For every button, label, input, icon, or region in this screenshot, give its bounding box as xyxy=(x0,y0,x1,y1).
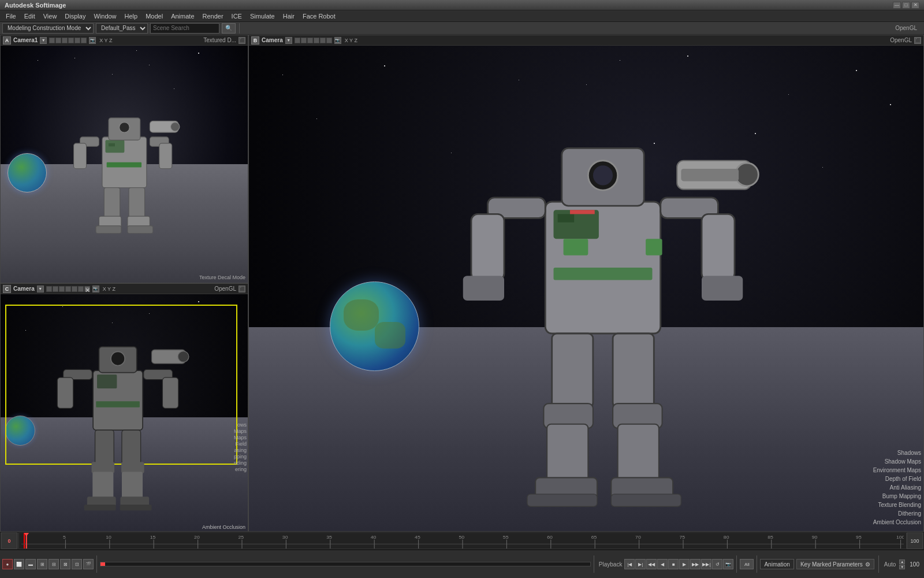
menu-ice[interactable]: ICE xyxy=(228,12,245,21)
transport-mode-4[interactable]: ⊟ xyxy=(49,559,59,569)
svg-point-4 xyxy=(119,122,129,132)
svg-text:35: 35 xyxy=(326,535,332,539)
viewport-b-canvas: Shadows Shadow Maps Environment Maps Dep… xyxy=(249,46,923,531)
transport-mode-3[interactable]: ⊞ xyxy=(37,559,47,569)
menu-edit[interactable]: Edit xyxy=(21,12,39,21)
playback-play[interactable]: ▶ xyxy=(679,559,690,569)
svg-text:75: 75 xyxy=(679,535,685,539)
svg-point-24 xyxy=(593,165,613,185)
svg-rect-36 xyxy=(547,424,588,482)
playback-last[interactable]: ▶| xyxy=(635,559,646,569)
mode-up[interactable]: ▲ xyxy=(899,560,905,564)
window-controls: — □ ✕ xyxy=(893,2,919,9)
playback-prev-key[interactable]: ◀◀ xyxy=(646,559,657,569)
timeline-ruler[interactable]: 5 10 15 20 25 30 35 40 45 50 55 60 65 70… xyxy=(18,532,907,549)
playback-stop[interactable]: ■ xyxy=(668,559,679,569)
menu-bar: File Edit View Display Window Help Model… xyxy=(0,10,924,22)
svg-rect-63 xyxy=(121,462,144,473)
menu-display[interactable]: Display xyxy=(61,12,89,21)
viewport-c-toggle[interactable]: ▼ xyxy=(37,286,44,292)
transport-mode-7[interactable]: 🎬 xyxy=(83,559,94,569)
playback-mode-arrows: ▲ ▼ xyxy=(899,560,905,569)
svg-rect-33 xyxy=(681,169,739,181)
menu-help[interactable]: Help xyxy=(121,12,141,21)
svg-rect-8 xyxy=(159,143,172,169)
viewport-b-camera-icon[interactable]: 📷 xyxy=(334,37,341,44)
bottom-controls: ● ⬜ ▬ ⊞ ⊟ ⊠ ⊡ 🎬 Playback |◀ ▶| ◀◀ ◀ ■ ▶ … xyxy=(0,549,924,578)
viewport-c-mini-btns: ✕ xyxy=(46,286,90,292)
svg-text:90: 90 xyxy=(812,535,818,539)
svg-rect-59 xyxy=(92,472,113,498)
transport-record[interactable]: ● xyxy=(2,559,13,569)
search-button[interactable]: 🔍 xyxy=(222,23,236,34)
scene-search-input[interactable] xyxy=(150,23,219,34)
svg-rect-54 xyxy=(163,377,178,408)
playback-all[interactable]: All xyxy=(740,559,754,569)
transport-mode-1[interactable]: ⬜ xyxy=(14,559,24,569)
vc-mini-2 xyxy=(53,286,58,292)
svg-text:15: 15 xyxy=(150,535,156,539)
viewport-c[interactable]: C Camera ▼ ✕ 📷 X Y Z OpenGL ⬛ xyxy=(0,283,248,532)
svg-marker-110 xyxy=(24,533,29,536)
svg-rect-11 xyxy=(96,225,121,233)
vb-mini-3 xyxy=(307,38,313,43)
playback-prev[interactable]: ◀ xyxy=(657,559,668,569)
playback-bar[interactable] xyxy=(100,562,591,566)
pass-dropdown[interactable]: Default_Pass xyxy=(96,23,148,34)
viewport-a-header: A Camera1 ▼ 📷 X Y Z Textured D... ⬛ xyxy=(1,35,248,46)
playback-first[interactable]: |◀ xyxy=(624,559,635,569)
svg-rect-52 xyxy=(57,377,73,408)
playback-label: Playback xyxy=(597,561,624,568)
svg-rect-1 xyxy=(105,140,124,153)
key-marked-params-btn[interactable]: Key Marked Parameters ⚙ xyxy=(796,559,874,569)
viewport-c-opengl: OpenGL xyxy=(214,286,236,292)
close-button[interactable]: ✕ xyxy=(911,2,919,9)
viewport-b-expand[interactable]: ⬛ xyxy=(914,37,921,44)
transport-mode-6[interactable]: ⊡ xyxy=(72,559,82,569)
vc-mini-close[interactable]: ✕ xyxy=(84,286,90,292)
svg-text:25: 25 xyxy=(238,535,244,539)
viewport-a-expand[interactable]: ⬛ xyxy=(239,37,245,44)
title-bar: Autodesk Softimage — □ ✕ xyxy=(0,0,924,10)
svg-rect-2 xyxy=(109,143,115,146)
menu-simulate[interactable]: Simulate xyxy=(247,12,278,21)
restore-button[interactable]: □ xyxy=(902,2,910,9)
viewport-a-toggle[interactable]: ▼ xyxy=(40,37,47,44)
menu-facerobot[interactable]: Face Robot xyxy=(299,12,339,21)
viewport-c-camera-icon[interactable]: 📷 xyxy=(92,286,99,292)
svg-text:55: 55 xyxy=(503,535,509,539)
playback-loop[interactable]: ↺ xyxy=(712,559,722,569)
menu-render[interactable]: Render xyxy=(199,12,227,21)
menu-model[interactable]: Model xyxy=(142,12,166,21)
viewport-a[interactable]: A Camera1 ▼ 📷 X Y Z Textured D... ⬛ xyxy=(0,35,248,283)
viewport-b-toggle[interactable]: ▼ xyxy=(285,37,292,44)
viewport-a-mini-btns xyxy=(49,38,87,43)
svg-point-56 xyxy=(178,351,189,362)
svg-text:80: 80 xyxy=(724,535,729,539)
viewport-c-expand[interactable]: ⬛ xyxy=(239,286,245,292)
playback-next-key[interactable]: ▶▶| xyxy=(701,559,711,569)
timeline-end: 100 xyxy=(907,532,923,549)
viewport-b[interactable]: B Camera ▼ 📷 X Y Z OpenGL ⬛ xyxy=(248,35,924,532)
svg-rect-48 xyxy=(97,375,117,388)
playback-next[interactable]: ▶▶ xyxy=(690,559,701,569)
mode-dropdown[interactable]: Modeling Construction Mode xyxy=(2,23,94,34)
transport-mode-2[interactable]: ▬ xyxy=(25,559,36,569)
vb-mini-1 xyxy=(295,38,300,43)
transport-mode-5[interactable]: ⊠ xyxy=(60,559,70,569)
minimize-button[interactable]: — xyxy=(893,2,901,9)
viewport-a-canvas: Texture Decal Mode xyxy=(1,46,248,283)
menu-animate[interactable]: Animate xyxy=(167,12,198,21)
menu-view[interactable]: View xyxy=(40,12,61,21)
svg-rect-21 xyxy=(570,210,595,214)
menu-hair[interactable]: Hair xyxy=(280,12,298,21)
mini-btn-4 xyxy=(68,38,74,43)
svg-rect-27 xyxy=(463,276,504,301)
bottom-sep-1 xyxy=(96,555,97,573)
range-end: 100 xyxy=(907,561,922,568)
viewport-a-camera-icon[interactable]: 📷 xyxy=(89,37,96,44)
mode-down[interactable]: ▼ xyxy=(899,565,905,569)
playback-snapshot[interactable]: 📷 xyxy=(723,559,733,569)
menu-file[interactable]: File xyxy=(2,12,20,21)
menu-window[interactable]: Window xyxy=(90,12,120,21)
